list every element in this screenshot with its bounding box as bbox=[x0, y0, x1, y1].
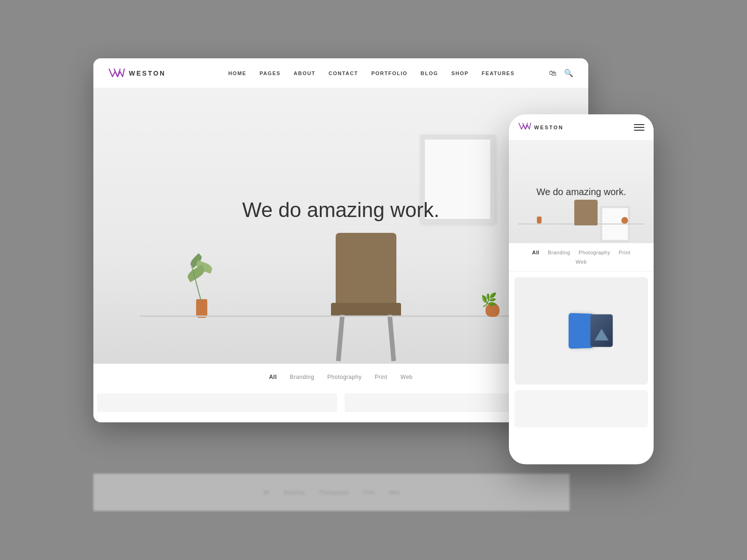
mobile-desk-scene bbox=[509, 196, 654, 243]
mobile-logo[interactable]: WESTON bbox=[518, 121, 564, 133]
mobile-filter-row-2: Web bbox=[516, 259, 646, 265]
mobile-filter-web[interactable]: Web bbox=[576, 259, 587, 265]
mobile-plant-right bbox=[621, 217, 628, 224]
bg-filter-print: Print bbox=[364, 490, 374, 495]
filter-all[interactable]: All bbox=[269, 374, 277, 380]
ipad-screen bbox=[591, 315, 613, 347]
nav-portfolio[interactable]: PORTFOLIO bbox=[371, 70, 408, 76]
filter-web[interactable]: Web bbox=[401, 374, 413, 380]
hamburger-line-1 bbox=[634, 124, 644, 125]
mobile-nav: WESTON bbox=[509, 114, 654, 140]
mobile-filter-print[interactable]: Print bbox=[619, 250, 630, 255]
mobile-portfolio-card bbox=[514, 277, 648, 385]
mobile-chair bbox=[574, 200, 598, 225]
hamburger-line-2 bbox=[634, 127, 644, 128]
nav-home[interactable]: HOME bbox=[228, 70, 247, 76]
desktop-nav-icons: 🛍 🔍 bbox=[549, 69, 573, 77]
mobile-filter-photography[interactable]: Photography bbox=[578, 250, 610, 255]
desktop-hero-headline: We do amazing work. bbox=[242, 198, 439, 222]
mobile-vase bbox=[537, 217, 542, 224]
bg-filter-web: Web bbox=[389, 490, 399, 495]
nav-about[interactable]: ABOUT bbox=[294, 70, 316, 76]
chair bbox=[324, 233, 408, 364]
desktop-nav-links: HOME PAGES ABOUT CONTACT PORTFOLIO BLOG … bbox=[194, 70, 549, 76]
desk-plant-leaves: 🌿 bbox=[481, 292, 497, 308]
mobile-filter-bar: All Branding Photography Print Web bbox=[509, 243, 654, 272]
plant-vase bbox=[196, 299, 207, 318]
filter-print[interactable]: Print bbox=[375, 374, 388, 380]
ipad-case bbox=[569, 313, 593, 349]
mobile-filter-all[interactable]: All bbox=[532, 250, 540, 255]
filter-photography[interactable]: Photography bbox=[327, 374, 362, 380]
mobile-logo-icon bbox=[518, 121, 531, 133]
bg-filter-branding: Branding bbox=[284, 490, 304, 495]
mountain-icon bbox=[595, 329, 609, 340]
mobile-logo-text: WESTON bbox=[534, 125, 564, 130]
filter-branding[interactable]: Branding bbox=[290, 374, 314, 380]
cart-icon[interactable]: 🛍 bbox=[549, 69, 557, 77]
desktop-nav: WESTON HOME PAGES ABOUT CONTACT PORTFOLI… bbox=[93, 58, 588, 88]
bg-filter-photography: Photography bbox=[319, 490, 348, 495]
chair-leg-right bbox=[388, 315, 396, 361]
bg-filter-all: All bbox=[263, 490, 269, 495]
bg-desktop-filter: All Branding Photography Print Web bbox=[93, 474, 570, 511]
vase-body bbox=[196, 299, 207, 318]
tablet-illustration bbox=[569, 314, 594, 349]
desktop-logo-text: WESTON bbox=[129, 70, 166, 77]
search-icon[interactable]: 🔍 bbox=[564, 69, 573, 77]
ipad-body bbox=[591, 315, 613, 347]
desk-plant-right: 🌿 bbox=[486, 303, 500, 317]
hamburger-menu[interactable] bbox=[634, 124, 644, 131]
chair-back bbox=[336, 233, 396, 308]
hamburger-line-3 bbox=[634, 130, 644, 131]
scene: WESTON HOME PAGES ABOUT CONTACT PORTFOLI… bbox=[93, 58, 654, 502]
nav-shop[interactable]: SHOP bbox=[451, 70, 469, 76]
chair-leg-left bbox=[336, 315, 345, 361]
mobile-hero: We do amazing work. bbox=[509, 140, 654, 243]
nav-pages[interactable]: PAGES bbox=[260, 70, 281, 76]
desktop-logo[interactable]: WESTON bbox=[108, 67, 166, 80]
mobile-mockup: WESTON We do amazing work. All bbox=[509, 114, 654, 464]
mobile-hero-headline: We do amazing work. bbox=[536, 186, 626, 198]
weston-logo-icon bbox=[108, 67, 125, 80]
nav-blog[interactable]: BLOG bbox=[421, 70, 438, 76]
mobile-bottom-card bbox=[514, 390, 648, 427]
mobile-filter-row-1: All Branding Photography Print bbox=[516, 250, 646, 255]
nav-contact[interactable]: CONTACT bbox=[329, 70, 358, 76]
nav-features[interactable]: FEATURES bbox=[482, 70, 514, 76]
mobile-filter-branding[interactable]: Branding bbox=[548, 250, 570, 255]
